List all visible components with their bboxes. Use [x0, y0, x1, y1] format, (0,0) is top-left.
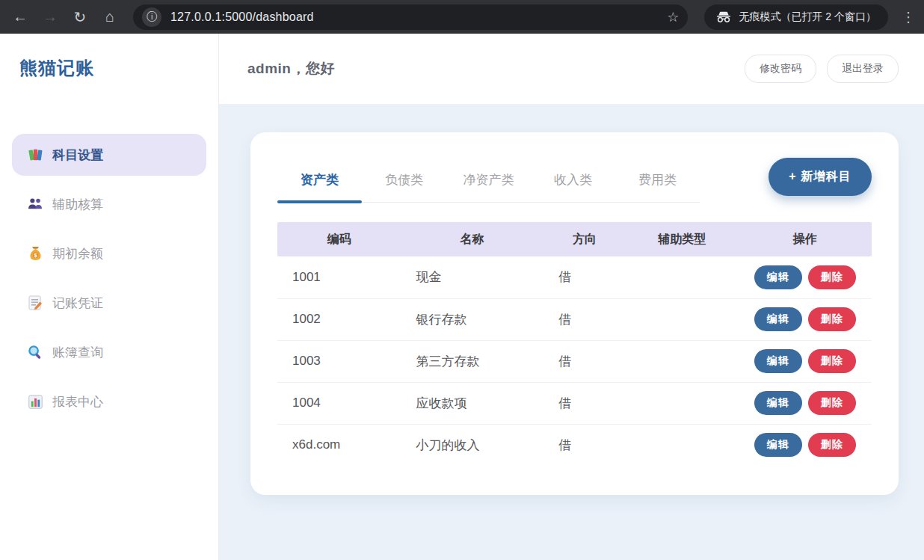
svg-text:$: $: [34, 252, 37, 259]
tab-assets[interactable]: 资产类: [277, 162, 362, 202]
info-icon[interactable]: ⓘ: [142, 7, 161, 27]
table-row: x6d.com 小刀的收入 借 编辑 删除: [277, 424, 872, 466]
browser-toolbar: ← → ↻ ⌂ ⓘ 127.0.0.1:5000/dashboard ☆ 无痕模…: [0, 0, 924, 34]
cell-aux-type: [626, 298, 738, 340]
cell-actions: 编辑 删除: [739, 382, 872, 424]
tab-income[interactable]: 收入类: [531, 162, 615, 202]
col-header-actions: 操作: [739, 222, 872, 256]
incognito-icon: [716, 11, 731, 23]
cell-name: 小刀的收入: [401, 424, 543, 466]
edit-button[interactable]: 编辑: [754, 265, 802, 289]
col-header-code: 编码: [277, 222, 401, 256]
subjects-card: 资产类 负债类 净资产类 收入类 费用类 + 新增科目: [250, 132, 899, 495]
sidebar-menu: 科目设置 辅助核算: [12, 134, 206, 422]
cell-aux-type: [626, 256, 738, 298]
incognito-label: 无痕模式（已打开 2 个窗口）: [739, 10, 876, 24]
sidebar-item-label: 科目设置: [52, 147, 103, 164]
cell-name: 应收款项: [401, 382, 543, 424]
edit-button[interactable]: 编辑: [754, 349, 802, 373]
memo-icon: [27, 295, 43, 311]
table-row: 1003 第三方存款 借 编辑 删除: [277, 340, 872, 382]
app-title: 熊猫记账: [12, 56, 206, 80]
bar-chart-icon: [27, 393, 43, 410]
col-header-name: 名称: [401, 222, 543, 256]
cell-code: 1002: [277, 298, 401, 340]
tab-liabilities[interactable]: 负债类: [362, 162, 446, 202]
money-bag-icon: $: [27, 245, 43, 262]
greeting-text: admin，您好: [247, 59, 335, 79]
table-header-row: 编码 名称 方向 辅助类型 操作: [277, 222, 872, 256]
col-header-direction: 方向: [543, 222, 626, 256]
tabs-row: 资产类 负债类 净资产类 收入类 费用类 + 新增科目: [277, 162, 872, 203]
cell-name: 银行存款: [401, 298, 543, 340]
sidebar-item-label: 记账凭证: [52, 295, 103, 312]
main-content: admin，您好 修改密码 退出登录 资产类 负债类 净资产类 收入类 费用类 …: [219, 34, 924, 560]
cell-aux-type: [626, 382, 738, 424]
sidebar-item-label: 报表中心: [52, 393, 103, 410]
books-icon: [27, 147, 43, 163]
change-password-button[interactable]: 修改密码: [745, 55, 816, 83]
forward-arrow-icon[interactable]: →: [37, 4, 63, 30]
delete-button[interactable]: 删除: [808, 265, 856, 289]
cell-code: 1003: [277, 340, 401, 382]
delete-button[interactable]: 删除: [808, 349, 856, 373]
workspace: 资产类 负债类 净资产类 收入类 费用类 + 新增科目: [219, 105, 924, 560]
cell-direction: 借: [543, 382, 626, 424]
logout-button[interactable]: 退出登录: [827, 55, 899, 83]
tab-net-assets[interactable]: 净资产类: [446, 162, 531, 202]
sidebar-item-label: 期初余额: [52, 245, 103, 262]
cell-direction: 借: [543, 340, 626, 382]
col-header-aux-type: 辅助类型: [626, 222, 738, 256]
app-window: 熊猫记账 科目设置: [0, 34, 924, 560]
category-tabs: 资产类 负债类 净资产类 收入类 费用类: [277, 162, 700, 203]
table-row: 1004 应收款项 借 编辑 删除: [277, 382, 872, 424]
delete-button[interactable]: 删除: [808, 433, 856, 457]
cell-name: 现金: [401, 256, 543, 298]
sidebar-item-reports[interactable]: 报表中心: [12, 381, 206, 422]
address-bar[interactable]: ⓘ 127.0.0.1:5000/dashboard ☆: [133, 4, 688, 30]
users-icon: [27, 196, 43, 212]
edit-button[interactable]: 编辑: [754, 433, 802, 457]
home-icon[interactable]: ⌂: [97, 4, 123, 30]
cell-code: 1001: [277, 256, 401, 298]
delete-button[interactable]: 删除: [808, 391, 856, 415]
cell-direction: 借: [543, 424, 626, 466]
three-dot-menu-icon[interactable]: ⋮: [900, 9, 917, 25]
sidebar: 熊猫记账 科目设置: [0, 34, 219, 560]
add-subject-button[interactable]: + 新增科目: [769, 158, 872, 196]
edit-button[interactable]: 编辑: [754, 307, 802, 331]
cell-name: 第三方存款: [401, 340, 543, 382]
sidebar-item-ledger-query[interactable]: 账簿查询: [12, 331, 206, 373]
cell-actions: 编辑 删除: [739, 256, 872, 298]
cell-actions: 编辑 删除: [739, 424, 872, 466]
incognito-badge[interactable]: 无痕模式（已打开 2 个窗口）: [704, 4, 888, 30]
tab-expenses[interactable]: 费用类: [615, 162, 700, 202]
reload-icon[interactable]: ↻: [67, 4, 93, 30]
back-arrow-icon[interactable]: ←: [7, 4, 33, 30]
topbar-actions: 修改密码 退出登录: [745, 55, 899, 83]
cell-aux-type: [626, 340, 738, 382]
sidebar-item-aux-accounting[interactable]: 辅助核算: [12, 183, 206, 225]
magnifier-icon: [27, 344, 43, 360]
star-icon[interactable]: ☆: [667, 9, 679, 25]
sidebar-item-label: 账簿查询: [52, 344, 103, 361]
sidebar-item-subject-settings[interactable]: 科目设置: [12, 134, 206, 176]
delete-button[interactable]: 删除: [808, 307, 856, 331]
edit-button[interactable]: 编辑: [754, 391, 802, 415]
cell-aux-type: [626, 424, 738, 466]
cell-actions: 编辑 删除: [739, 298, 872, 340]
table-row: 1002 银行存款 借 编辑 删除: [277, 298, 872, 340]
cell-direction: 借: [543, 256, 626, 298]
topbar: admin，您好 修改密码 退出登录: [219, 34, 924, 105]
url-text[interactable]: 127.0.0.1:5000/dashboard: [170, 10, 661, 24]
cell-code: 1004: [277, 382, 401, 424]
sidebar-item-label: 辅助核算: [52, 196, 103, 213]
cell-actions: 编辑 删除: [739, 340, 872, 382]
cell-direction: 借: [543, 298, 626, 340]
sidebar-item-opening-balance[interactable]: $ 期初余额: [12, 233, 206, 274]
cell-code: x6d.com: [277, 424, 401, 466]
subjects-table: 编码 名称 方向 辅助类型 操作 1001 现金 借: [277, 222, 872, 466]
sidebar-item-vouchers[interactable]: 记账凭证: [12, 282, 206, 324]
table-row: 1001 现金 借 编辑 删除: [277, 256, 872, 298]
